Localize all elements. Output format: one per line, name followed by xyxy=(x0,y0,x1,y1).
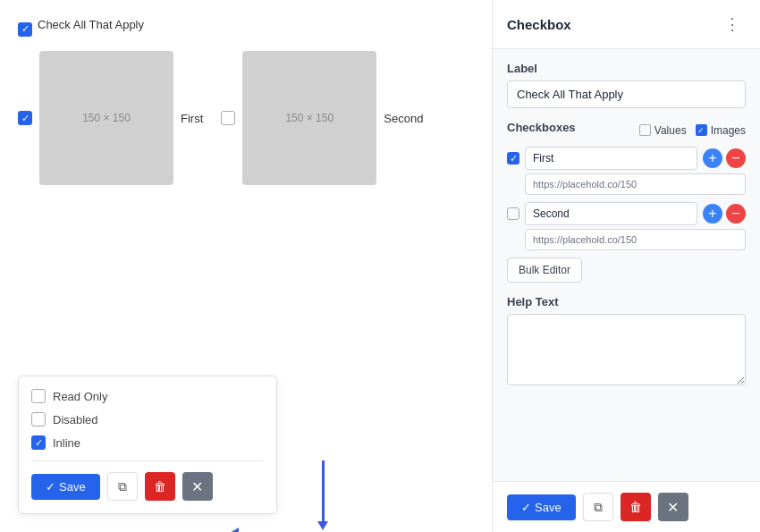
panel-header: Checkbox ⋮ xyxy=(493,0,760,49)
panel-close-button[interactable]: ✕ xyxy=(658,493,688,521)
images-toggle[interactable]: ✓ Images xyxy=(696,124,746,137)
trash-icon: 🗑 xyxy=(154,479,166,494)
inline-checkbox[interactable] xyxy=(31,435,46,450)
right-panel: Checkbox ⋮ Label Checkboxes Values ✓ Ima… xyxy=(492,0,760,532)
canvas-copy-button[interactable]: ⧉ xyxy=(107,472,138,501)
checkbox-entry-2: + − xyxy=(507,202,746,250)
entry2-unchecked[interactable] xyxy=(507,207,519,220)
panel-copy-icon: ⧉ xyxy=(594,500,603,515)
panel-footer: ✓ Save ⧉ 🗑 ✕ xyxy=(493,481,760,532)
entry2-row: + − xyxy=(507,202,746,225)
panel-trash-icon: 🗑 xyxy=(629,500,642,514)
image-item-1: 150 × 150 First xyxy=(18,51,203,185)
entry2-url-input[interactable] xyxy=(525,229,746,250)
entry1-name-input[interactable] xyxy=(525,147,697,170)
entry2-actions: + − xyxy=(703,204,746,224)
option-read-only: Read Only xyxy=(31,389,264,403)
item1-checkbox[interactable] xyxy=(18,111,32,125)
help-text-input[interactable] xyxy=(507,314,746,385)
panel-copy-button[interactable]: ⧉ xyxy=(583,493,613,521)
panel-save-checkmark: ✓ xyxy=(521,501,531,514)
canvas-delete-button[interactable]: 🗑 xyxy=(145,472,175,501)
canvas-save-button[interactable]: ✓ Save xyxy=(31,474,100,500)
entry2-add-button[interactable]: + xyxy=(703,204,722,224)
options-panel: Read Only Disabled Inline ✓ Save ⧉ 🗑 ✕ xyxy=(18,376,277,514)
item2-image: 150 × 150 xyxy=(242,51,376,185)
checkboxes-header: Checkboxes Values ✓ Images xyxy=(507,121,746,139)
panel-more-button[interactable]: ⋮ xyxy=(719,13,746,36)
canvas-title-row: Check All That Apply xyxy=(18,18,474,40)
values-checkbox[interactable] xyxy=(639,124,651,136)
entry1-checked[interactable] xyxy=(507,152,519,165)
canvas-main-checkbox[interactable] xyxy=(18,22,32,37)
bulk-editor-button[interactable]: Bulk Editor xyxy=(507,258,582,283)
canvas-button-row: ✓ Save ⧉ 🗑 ✕ xyxy=(31,472,264,501)
entry2-remove-button[interactable]: − xyxy=(726,204,746,224)
panel-title: Checkbox xyxy=(507,17,571,32)
panel-delete-button[interactable]: 🗑 xyxy=(621,493,651,521)
values-toggle[interactable]: Values xyxy=(639,124,687,137)
read-only-checkbox[interactable] xyxy=(31,389,46,403)
entry1-remove-button[interactable]: − xyxy=(726,148,746,168)
help-text-label: Help Text xyxy=(507,295,746,308)
entry2-name-input[interactable] xyxy=(525,202,697,225)
options-divider xyxy=(31,460,264,461)
checkboxes-options: Values ✓ Images xyxy=(639,124,746,137)
option-inline: Inline xyxy=(31,435,264,450)
canvas-close-button[interactable]: ✕ xyxy=(182,472,213,501)
panel-body: Label Checkboxes Values ✓ Images xyxy=(493,49,760,401)
close-icon: ✕ xyxy=(191,478,203,495)
panel-save-button[interactable]: ✓ Save xyxy=(507,494,576,520)
entry1-actions: + − xyxy=(703,148,746,168)
item2-checkbox[interactable] xyxy=(221,111,235,125)
option-disabled: Disabled xyxy=(31,412,264,426)
entry1-add-button[interactable]: + xyxy=(703,148,722,168)
disabled-checkbox[interactable] xyxy=(31,412,46,426)
checkbox-entry-1: + − xyxy=(507,147,746,195)
label-input[interactable] xyxy=(507,80,746,108)
entry1-row: + − xyxy=(507,147,746,170)
checkboxes-section: Checkboxes Values ✓ Images xyxy=(507,121,746,283)
entry1-url-input[interactable] xyxy=(525,173,746,195)
item2-label: Second xyxy=(384,112,423,125)
image-items-row: 150 × 150 First 150 × 150 Second xyxy=(18,51,474,185)
arrow-down-icon xyxy=(322,460,325,523)
image-item-2: 150 × 150 Second xyxy=(221,51,423,185)
help-text-section: Help Text xyxy=(507,295,746,388)
images-checkbox[interactable]: ✓ xyxy=(696,124,707,136)
copy-icon: ⧉ xyxy=(118,479,127,494)
canvas-area: Check All That Apply 150 × 150 First 150… xyxy=(0,0,492,532)
label-section: Label xyxy=(507,62,746,108)
canvas-title: Check All That Apply xyxy=(38,18,144,31)
canvas-save-checkmark: ✓ xyxy=(46,480,55,494)
label-section-title: Label xyxy=(507,62,746,75)
item1-image: 150 × 150 xyxy=(39,51,173,185)
checkboxes-section-title: Checkboxes xyxy=(507,121,576,134)
item1-label: First xyxy=(181,112,203,125)
panel-close-icon: ✕ xyxy=(667,499,679,516)
